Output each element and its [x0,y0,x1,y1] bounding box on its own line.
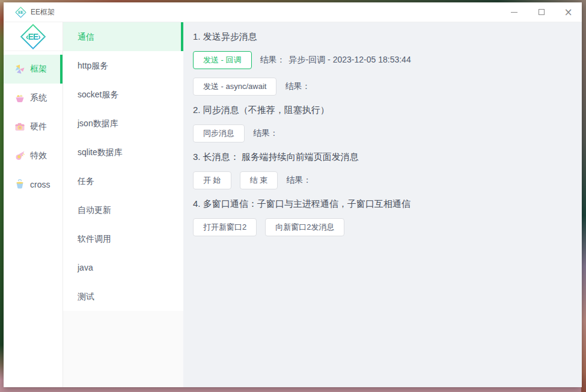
minimize-button[interactable] [501,2,528,22]
maximize-icon [539,9,545,15]
primary-nav: 框架 系统 [4,51,63,199]
menu-item-socket[interactable]: socket服务 [63,80,183,109]
menu-item-http[interactable]: http服务 [63,51,183,80]
minimize-icon [511,12,517,13]
result-async-callback: 结果： 异步-回调 - 2023-12-05 18:53:44 [260,55,411,66]
sidebar-item-cross[interactable]: cross [4,170,63,199]
titlebar[interactable]: EE EE框架 × [4,2,582,22]
result-sync: 结果： [253,128,282,139]
menu-item-sqlitedb[interactable]: sqlite数据库 [63,138,183,167]
camera-icon [14,121,26,133]
section-heading-2: 2. 同步消息（不推荐，阻塞执行） [193,104,572,116]
ee-logo-text: ‹EE› [26,32,40,41]
bucket-icon [14,179,26,191]
secondary-sidebar: 通信 http服务 socket服务 json数据库 sqlite数据库 任务 … [63,22,183,387]
send-callback-button[interactable]: 发送 - 回调 [193,51,252,69]
row-async-callback: 发送 - 回调 结果： 异步-回调 - 2023-12-05 18:53:44 [193,51,572,69]
pinwheel-icon [14,63,26,75]
sidebar-item-label: 系统 [30,93,47,103]
send-to-window2-button[interactable]: 向新窗口2发消息 [265,218,344,236]
basket-icon [14,92,26,104]
section-heading-1: 1. 发送异步消息 [193,31,572,43]
result-value: 异步-回调 - 2023-12-05 18:53:44 [289,55,411,66]
close-icon: × [564,7,572,17]
section-heading-3: 3. 长消息： 服务端持续向前端页面发消息 [193,151,572,163]
row-async-await: 发送 - async/await 结果： [193,78,572,96]
open-window2-button[interactable]: 打开新窗口2 [193,218,257,236]
ee-logo: ‹EE› [19,23,47,50]
sidebar-item-framework[interactable]: 框架 [4,55,63,84]
stop-button[interactable]: 结 束 [240,171,278,189]
section-heading-4: 4. 多窗口通信：子窗口与主进程通信，子窗口互相通信 [193,198,572,210]
window-controls: × [501,2,582,22]
primary-sidebar: ‹EE› 框架 [4,22,63,387]
menu-item-test[interactable]: 测试 [63,282,183,311]
desktop-wallpaper: EE EE框架 × ‹EE› [0,0,586,392]
sidebar-item-hardware[interactable]: 硬件 [4,112,63,141]
menu-item-java[interactable]: java [63,253,183,282]
sidebar-item-label: 框架 [30,64,47,75]
sync-message-button[interactable]: 同步消息 [193,124,245,142]
menu-item-jsondb[interactable]: json数据库 [63,109,183,138]
row-sync: 同步消息 结果： [193,124,572,142]
sidebar-item-label: 特效 [30,150,47,161]
secondary-menu: 通信 http服务 socket服务 json数据库 sqlite数据库 任务 … [63,22,183,311]
comet-icon [14,150,26,162]
menu-item-software[interactable]: 软件调用 [63,224,183,253]
result-async-await: 结果： [285,81,314,92]
result-label: 结果： [286,175,311,186]
maximize-button[interactable] [528,2,555,22]
start-button[interactable]: 开 始 [193,171,231,189]
app-window: EE EE框架 × ‹EE› [4,2,582,387]
sidebar-item-system[interactable]: 系统 [4,84,63,112]
result-label: 结果： [285,81,310,92]
menu-item-autoupdate[interactable]: 自动更新 [63,195,183,224]
window-title: EE框架 [31,7,55,17]
logo-cell: ‹EE› [4,22,63,51]
send-await-button[interactable]: 发送 - async/await [193,78,276,96]
result-label: 结果： [260,55,285,66]
result-long-message: 结果： [286,175,315,186]
menu-item-communication[interactable]: 通信 [63,22,183,51]
sidebar-item-effects[interactable]: 特效 [4,141,63,170]
app-logo-icon: EE [16,7,26,17]
result-label: 结果： [253,128,278,139]
main-content: 1. 发送异步消息 发送 - 回调 结果： 异步-回调 - 2023-12-05… [183,22,582,387]
sidebar-item-label: cross [30,180,50,189]
menu-item-jobs[interactable]: 任务 [63,167,183,195]
sidebar-item-label: 硬件 [30,121,47,132]
row-long-message: 开 始 结 束 结果： [193,171,572,189]
close-button[interactable]: × [555,2,582,22]
row-multi-window: 打开新窗口2 向新窗口2发消息 [193,218,572,236]
